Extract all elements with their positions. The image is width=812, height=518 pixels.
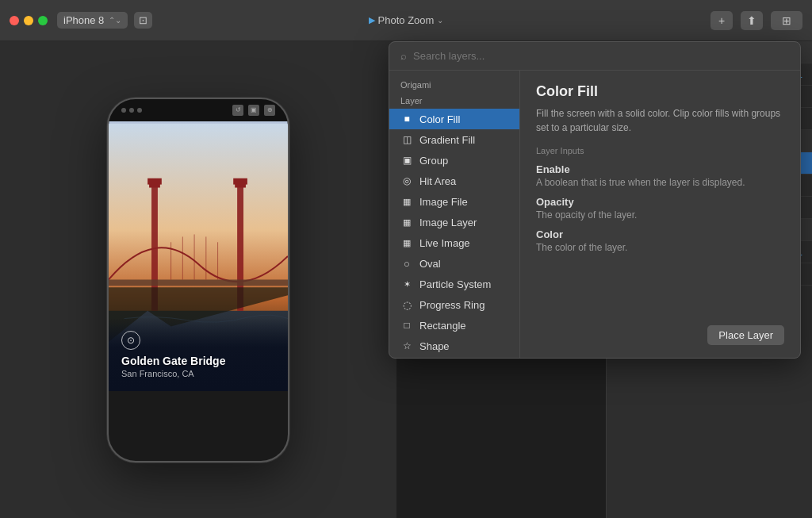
gradient-fill-icon: ◫ (400, 133, 413, 146)
list-item-rectangle[interactable]: □ Rectangle (389, 315, 519, 336)
color-detail-sub: The color of the layer. (536, 242, 784, 253)
detail-section-label: Layer Inputs (536, 146, 784, 155)
shape-label: Shape (419, 340, 450, 352)
settings-icon: ⊕ (264, 105, 275, 116)
device-selector[interactable]: iPhone 8 ⌃⌄ (57, 12, 128, 29)
group-icon: ▣ (400, 154, 413, 167)
list-item-gradient-fill[interactable]: ◫ Gradient Fill (389, 129, 519, 150)
place-layer-button[interactable]: Place Layer (707, 325, 784, 345)
live-image-label: Live Image (419, 237, 470, 249)
search-icon: ⌕ (400, 50, 407, 62)
chevron-icon: ⌃⌄ (109, 16, 121, 25)
dropdown-icon: ⌄ (437, 16, 443, 25)
dot-3 (137, 108, 142, 113)
title-bar: iPhone 8 ⌃⌄ ⊡ ▶ Photo Zoom ⌄ + ⬆ ⊞ (0, 0, 812, 41)
shape-icon: ☆ (400, 340, 413, 352)
search-input[interactable] (413, 50, 789, 62)
location-sub: San Francisco, CA (121, 369, 275, 378)
camera-icon: ▣ (248, 105, 259, 116)
list-item-image-file[interactable]: ▦ Image File (389, 191, 519, 212)
list-item-hit-area[interactable]: ◎ Hit Area (389, 171, 519, 191)
enable-label: Enable (536, 163, 784, 175)
bridge-image: ⊙ Golden Gate Bridge San Francisco, CA (109, 121, 288, 391)
app-title-area: ▶ Photo Zoom ⌄ (369, 14, 444, 26)
dot-1 (121, 108, 126, 113)
svg-rect-5 (147, 178, 162, 184)
list-item-progress-ring[interactable]: ◌ Progress Ring (389, 294, 519, 315)
view-toggle[interactable]: ⊡ (134, 12, 152, 29)
detail-title: Color Fill (536, 83, 784, 100)
view-icon: ⊡ (139, 14, 147, 26)
minimize-button[interactable] (24, 16, 33, 25)
iphone-frame: ↺ ▣ ⊕ (107, 98, 289, 462)
statusbar-icons: ↺ ▣ ⊕ (232, 105, 275, 116)
color-fill-icon: ■ (400, 113, 413, 125)
oval-icon: ○ (400, 257, 413, 270)
iphone-statusbar: ↺ ▣ ⊕ (109, 99, 288, 121)
list-item-group[interactable]: ▣ Group (389, 150, 519, 171)
svg-rect-8 (109, 279, 288, 286)
opacity-detail-sub: The opacity of the layer. (536, 209, 784, 221)
list-item-text-layer[interactable]: Aa Text Layer (389, 356, 519, 358)
iphone-bottom-overlay: ⊙ Golden Gate Bridge San Francisco, CA (109, 318, 288, 391)
detail-description: Fill the screen with a solid color. Clip… (536, 106, 784, 135)
layer-dropdown: ⌕ Origami Layer ■ Color Fill ◫ Gradient … (389, 41, 801, 359)
opacity-detail-label: Opacity (536, 196, 784, 208)
list-item-particle[interactable]: ✶ Particle System (389, 274, 519, 294)
rectangle-icon: □ (400, 319, 413, 332)
enable-sub: A boolean that is true when the layer is… (536, 177, 784, 188)
traffic-lights (10, 16, 48, 25)
dropdown-body: Origami Layer ■ Color Fill ◫ Gradient Fi… (389, 71, 800, 358)
app-name: Photo Zoom (378, 14, 435, 26)
image-file-label: Image File (419, 196, 468, 208)
toolbar-right: + ⬆ ⊞ (710, 11, 802, 30)
list-item-oval[interactable]: ○ Oval (389, 253, 519, 274)
detail-panel: Color Fill Fill the screen with a solid … (520, 71, 800, 358)
enable-input-row: Enable A boolean that is true when the l… (536, 163, 784, 188)
rectangle-label: Rectangle (419, 320, 466, 332)
particle-label: Particle System (419, 278, 491, 290)
hit-area-label: Hit Area (419, 175, 456, 187)
list-label: Layer (389, 93, 519, 109)
group-label: Origami (389, 77, 519, 93)
list-item-shape[interactable]: ☆ Shape (389, 336, 519, 356)
particle-icon: ✶ (400, 278, 413, 290)
compass-icon: ⊙ (121, 331, 140, 350)
group-label-item: Group (419, 155, 448, 167)
play-icon: ▶ (369, 15, 375, 25)
hit-area-icon: ◎ (400, 175, 413, 187)
layer-list: Origami Layer ■ Color Fill ◫ Gradient Fi… (389, 71, 520, 358)
search-bar[interactable]: ⌕ (389, 42, 800, 71)
close-button[interactable] (10, 16, 19, 25)
gradient-fill-label: Gradient Fill (419, 134, 475, 146)
color-detail-label: Color (536, 228, 784, 240)
share-button[interactable]: ⬆ (741, 11, 763, 30)
canvas-area: ↺ ▣ ⊕ (0, 41, 396, 518)
oval-label: Oval (419, 258, 441, 270)
dot-2 (129, 108, 134, 113)
image-layer-label: Image Layer (419, 217, 477, 228)
statusbar-dots (121, 108, 142, 113)
view-button[interactable]: ⊞ (771, 11, 802, 30)
device-label: iPhone 8 (63, 14, 104, 26)
list-item-image-layer[interactable]: ▦ Image Layer (389, 212, 519, 232)
progress-ring-icon: ◌ (400, 298, 413, 311)
color-input-row: Color The color of the layer. (536, 228, 784, 253)
maximize-button[interactable] (38, 16, 48, 25)
location-name: Golden Gate Bridge (121, 355, 275, 367)
image-file-icon: ▦ (400, 195, 413, 208)
refresh-icon: ↺ (232, 105, 243, 116)
add-button[interactable]: + (710, 11, 733, 30)
list-item-color-fill[interactable]: ■ Color Fill (389, 109, 519, 129)
svg-rect-7 (233, 178, 247, 184)
color-fill-label: Color Fill (419, 113, 460, 125)
live-image-icon: ▦ (400, 236, 413, 249)
opacity-input-row: Opacity The opacity of the layer. (536, 196, 784, 221)
progress-ring-label: Progress Ring (419, 299, 485, 311)
image-layer-icon: ▦ (400, 216, 413, 228)
list-item-live-image[interactable]: ▦ Live Image (389, 232, 519, 253)
